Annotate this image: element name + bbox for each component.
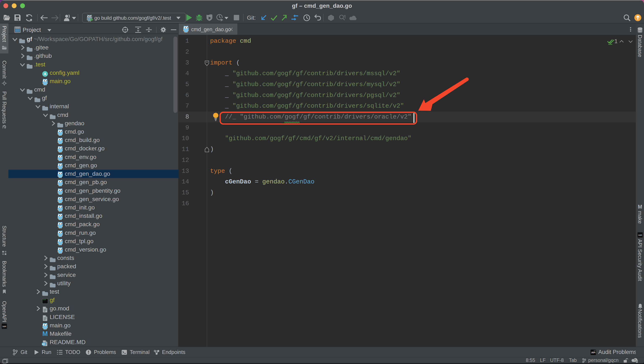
svg-text:/API: /API xyxy=(638,234,642,236)
svg-text:/API: /API xyxy=(3,326,6,328)
svg-text:MD: MD xyxy=(42,343,46,345)
svg-text:?: ? xyxy=(634,358,635,362)
svg-text:/API: /API xyxy=(591,352,595,354)
